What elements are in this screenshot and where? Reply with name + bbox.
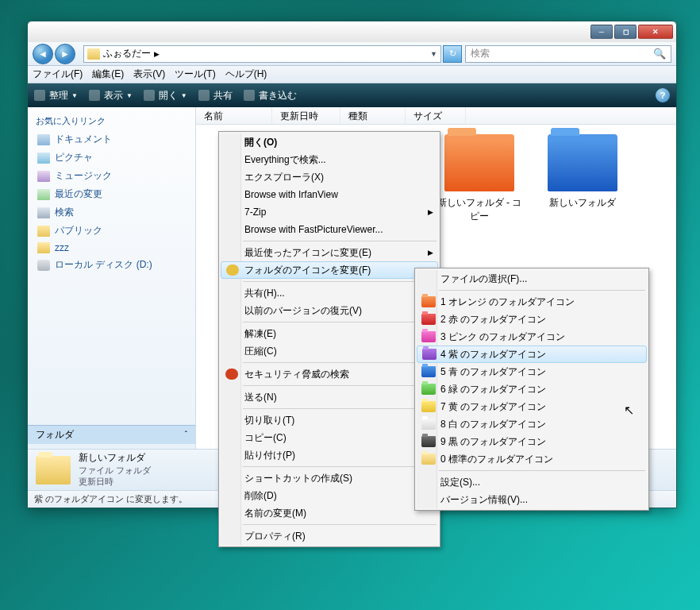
chevron-up-icon: ˆ	[185, 430, 187, 439]
context-menu-item[interactable]: 最近使ったアイコンに変更(E)▶	[221, 244, 438, 261]
context-menu-item[interactable]: 共有(H)...	[221, 284, 438, 302]
color-menu-item[interactable]: 0 標準のフォルダアイコン	[417, 450, 647, 468]
folder-icon	[548, 134, 617, 191]
col-date[interactable]: 更新日時	[272, 107, 340, 124]
search-placeholder: 検索	[471, 47, 490, 60]
context-menu-item[interactable]: セキュリティ脅威の検索	[221, 365, 438, 383]
refresh-button[interactable]: ↻	[443, 45, 462, 63]
toolbar-share[interactable]: 共有	[198, 89, 233, 102]
back-button[interactable]: ◄	[33, 44, 53, 64]
search-input[interactable]: 検索 🔍	[465, 45, 671, 63]
context-menu-item[interactable]: コピー(C)	[221, 429, 438, 446]
details-title: 新しいフォルダ	[79, 452, 151, 465]
submenu-header[interactable]: ファイルの選択(F)...	[417, 270, 647, 288]
context-menu-item[interactable]: 以前のバージョンの復元(V)	[221, 302, 438, 319]
submenu-footer-item[interactable]: 設定(S)...	[417, 473, 647, 491]
titlebar: ─ ◻ ✕	[28, 21, 676, 42]
context-menu-item[interactable]: Browse with FastPictureViewer...	[221, 221, 438, 238]
public-icon	[37, 226, 50, 237]
folder-black-icon	[421, 436, 436, 447]
dropdown-icon[interactable]: ▼	[430, 50, 437, 58]
forward-button[interactable]: ►	[55, 44, 75, 64]
context-menu-item[interactable]: 送る(N)▶	[221, 388, 438, 406]
context-menu-item[interactable]: エクスプローラ(X)	[221, 168, 438, 186]
folder-red-icon	[421, 314, 436, 325]
sidebar-item[interactable]: ピクチャ	[28, 149, 195, 167]
submenu-arrow-icon: ▶	[428, 208, 433, 216]
menu-tools[interactable]: ツール(T)	[175, 68, 215, 81]
folder-pink-icon	[421, 331, 436, 342]
context-menu-item[interactable]: フォルダのアイコンを変更(F)▶	[221, 261, 438, 279]
folders-section[interactable]: フォルダ ˆ	[28, 425, 195, 444]
toolbar-organize[interactable]: 整理▼	[34, 89, 78, 102]
folder-white-icon	[421, 419, 436, 430]
close-button[interactable]: ✕	[638, 25, 673, 39]
sidebar-item[interactable]: zzz	[28, 240, 195, 256]
chevron-down-icon: ▼	[71, 92, 78, 99]
color-menu-item[interactable]: 5 青 のフォルダアイコン	[417, 363, 647, 380]
toolbar-open[interactable]: 開く▼	[144, 89, 187, 102]
address-bar[interactable]: ふぉるだー ▶ ▼	[83, 45, 441, 63]
search-icon	[37, 207, 50, 218]
folder-green-icon	[421, 384, 436, 395]
submenu-footer-item[interactable]: バージョン情報(V)...	[417, 491, 647, 508]
color-menu-item[interactable]: 2 赤 のフォルダアイコン	[417, 311, 647, 328]
toolbar-views[interactable]: 表示▼	[89, 89, 133, 102]
color-menu-item[interactable]: 9 黒 のフォルダアイコン	[417, 433, 647, 450]
folder-std-icon	[421, 454, 436, 465]
menu-item-icon	[225, 369, 238, 380]
menu-help[interactable]: ヘルプ(H)	[225, 68, 267, 81]
folder-yellow-icon	[421, 401, 436, 412]
context-menu-item[interactable]: 削除(D)	[221, 487, 438, 504]
color-menu-item[interactable]: 4 紫 のフォルダアイコン	[417, 346, 647, 363]
folder-item[interactable]: 新しいフォルダ - コピー	[436, 134, 523, 223]
music-icon	[37, 171, 50, 182]
color-menu-item[interactable]: 3 ピンク のフォルダアイコン	[417, 328, 647, 346]
context-menu-item[interactable]: 7-Zip▶	[221, 203, 438, 221]
color-menu-item[interactable]: 6 緑 のフォルダアイコン	[417, 380, 647, 398]
submenu-arrow-icon: ▶	[428, 249, 433, 257]
folder-icon	[87, 48, 100, 60]
context-menu-item[interactable]: 切り取り(T)	[221, 411, 438, 429]
cursor-icon: ↖	[624, 403, 634, 418]
color-menu-item[interactable]: 7 黄 のフォルダアイコン	[417, 398, 647, 415]
menu-view[interactable]: 表示(V)	[133, 68, 165, 81]
recent-icon	[37, 189, 50, 200]
nav-bar: ◄ ► ふぉるだー ▶ ▼ ↻ 検索 🔍	[28, 42, 676, 66]
folder-item[interactable]: 新しいフォルダ	[539, 134, 626, 223]
sidebar-item[interactable]: 最近の変更	[28, 185, 195, 203]
col-size[interactable]: サイズ	[406, 107, 466, 124]
menu-edit[interactable]: 編集(E)	[92, 68, 124, 81]
folder-icon	[444, 134, 514, 191]
context-menu-item[interactable]: 名前の変更(M)	[221, 504, 438, 522]
context-menu-item[interactable]: Browse with IrfanView	[221, 186, 438, 203]
context-menu: 開く(O)Everythingで検索...エクスプローラ(X)Browse wi…	[218, 131, 440, 547]
context-menu-item[interactable]: 解凍(E)▶	[221, 325, 438, 342]
minimize-button[interactable]: ─	[590, 25, 613, 39]
sidebar-item[interactable]: 検索	[28, 203, 195, 222]
context-menu-item[interactable]: プロパティ(R)	[221, 527, 438, 545]
menu-file[interactable]: ファイル(F)	[33, 68, 83, 81]
color-menu-item[interactable]: 1 オレンジ のフォルダアイコン	[417, 293, 647, 311]
sidebar-item[interactable]: ローカル ディスク (D:)	[28, 256, 195, 274]
context-menu-item[interactable]: 貼り付け(P)	[221, 446, 438, 464]
col-type[interactable]: 種類	[340, 107, 406, 124]
context-menu-item[interactable]: 開く(O)	[221, 133, 438, 151]
sidebar: お気に入りリンク ドキュメントピクチャミュージック最近の変更検索パブリックzzz…	[28, 107, 196, 449]
address-text: ふぉるだー	[103, 47, 151, 60]
pics-icon	[37, 152, 50, 164]
context-menu-item[interactable]: ショートカットの作成(S)	[221, 469, 438, 487]
sidebar-item[interactable]: ドキュメント	[28, 130, 195, 149]
col-name[interactable]: 名前	[196, 107, 272, 124]
details-type: ファイル フォルダ	[79, 465, 151, 476]
context-menu-item[interactable]: 圧縮(C)▶	[221, 342, 438, 360]
help-button[interactable]: ?	[656, 88, 670, 102]
sidebar-item[interactable]: パブリック	[28, 222, 195, 240]
column-headers: 名前 更新日時 種類 サイズ	[196, 107, 676, 125]
context-menu-item[interactable]: Everythingで検索...	[221, 151, 438, 168]
chevron-down-icon: ▼	[126, 92, 133, 99]
color-menu-item[interactable]: 8 白 のフォルダアイコン	[417, 415, 647, 433]
sidebar-item[interactable]: ミュージック	[28, 167, 195, 185]
toolbar-burn[interactable]: 書き込む	[244, 89, 297, 102]
maximize-button[interactable]: ◻	[614, 25, 637, 39]
